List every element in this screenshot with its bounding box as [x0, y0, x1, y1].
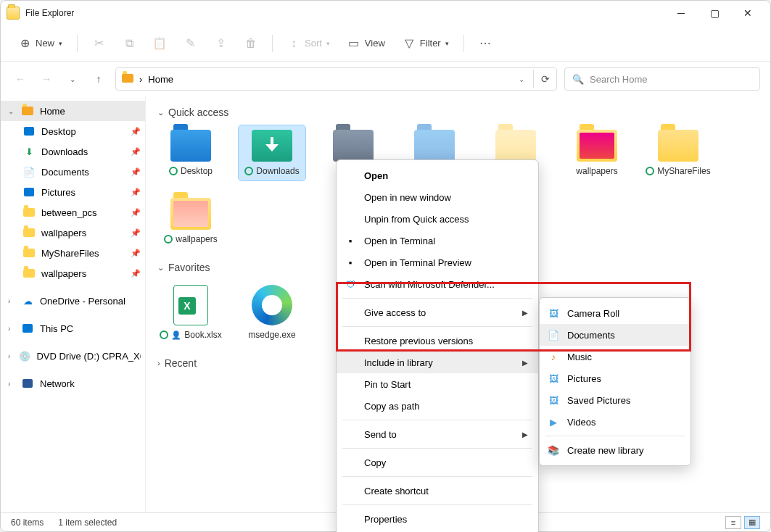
ctx-open-new-window[interactable]: Open in new window	[337, 186, 538, 208]
view-icon: ▭	[347, 37, 360, 50]
breadcrumb[interactable]: Home	[148, 74, 173, 85]
scissors-icon: ✂	[92, 37, 105, 50]
item-wallpapers[interactable]: wallpapers	[564, 125, 630, 180]
ctx-open-terminal-preview[interactable]: ▪Open in Terminal Preview	[337, 252, 538, 273]
ctx-include-library[interactable]: Include in library▶	[337, 352, 538, 373]
nav-folder-between-pcs[interactable]: between_pcs📌	[1, 202, 145, 223]
picture-icon	[22, 186, 36, 198]
forward-button[interactable]: →	[37, 70, 56, 88]
paste-button[interactable]: 📋	[146, 33, 173, 54]
pc-icon	[21, 323, 34, 334]
back-button[interactable]: ←	[11, 70, 30, 88]
search-input[interactable]: 🔍 Search Home	[564, 67, 760, 91]
item-wallpapers-2[interactable]: wallpapers	[157, 194, 224, 249]
sort-icon: ↕	[287, 37, 300, 50]
chevron-down-icon: ⌄	[157, 263, 164, 273]
sub-documents[interactable]: 📄Documents	[540, 324, 690, 346]
recent-locations-button[interactable]: ⌄	[63, 70, 82, 88]
nav-dvd[interactable]: ›💿DVD Drive (D:) CPRA_X64FRE	[1, 346, 145, 366]
copy-button[interactable]: ⧉	[115, 33, 143, 54]
item-book-xlsx[interactable]: 👤Book.xlsx	[157, 280, 224, 344]
disc-icon: 💿	[19, 350, 30, 362]
chevron-down-icon[interactable]: ⌄	[519, 75, 524, 83]
ctx-open[interactable]: Open	[337, 165, 538, 186]
rename-icon: ✎	[184, 37, 197, 50]
copy-icon: ⧉	[123, 37, 136, 50]
details-view-button[interactable]: ≡	[725, 516, 741, 529]
nav-pictures[interactable]: Pictures📌	[1, 182, 145, 202]
maximize-button[interactable]: ▢	[698, 2, 731, 24]
shield-icon: 🛡	[344, 279, 357, 290]
item-desktop[interactable]: Desktop	[157, 125, 224, 180]
filter-button[interactable]: ▽ Filter ▾	[395, 33, 456, 54]
ellipsis-icon: ⋯	[479, 37, 492, 50]
nav-desktop[interactable]: Desktop📌	[1, 121, 145, 141]
ctx-restore-versions[interactable]: Restore previous versions	[337, 330, 538, 352]
nav-thispc[interactable]: ›This PC	[1, 318, 145, 338]
delete-button[interactable]: 🗑	[237, 33, 265, 54]
ctx-create-shortcut[interactable]: Create shortcut	[337, 480, 538, 502]
view-button[interactable]: ▭ View	[340, 33, 392, 54]
item-msedge-exe[interactable]: msedge.exe	[239, 280, 305, 344]
ctx-send-to[interactable]: Send to▶	[337, 423, 538, 445]
terminal-icon: ▪	[344, 257, 357, 268]
address-bar[interactable]: › Home ⌄ ⟳	[115, 67, 557, 91]
new-button[interactable]: ⊕ New ▾	[11, 33, 70, 54]
icons-view-button[interactable]: ▦	[744, 516, 760, 529]
edge-icon	[252, 285, 292, 325]
sub-camera-roll[interactable]: 🖼Camera Roll	[540, 302, 690, 324]
nav-home[interactable]: ⌄ Home	[1, 101, 145, 121]
chevron-right-icon: ▶	[522, 359, 528, 367]
chevron-down-icon: ▾	[445, 40, 449, 47]
sub-create-new-library[interactable]: 📚Create new library	[540, 439, 690, 461]
picture-icon: 🖼	[547, 395, 560, 406]
nav-folder-wallpapers-2[interactable]: wallpapers📌	[1, 263, 145, 283]
minimize-button[interactable]: ─	[664, 2, 698, 24]
nav-network[interactable]: ›Network	[1, 373, 145, 394]
chevron-right-icon: ›	[157, 359, 160, 367]
item-mysharefiles[interactable]: MyShareFiles	[645, 125, 712, 180]
chevron-down-icon: ▾	[59, 40, 62, 47]
item-downloads[interactable]: Downloads	[239, 125, 305, 180]
sync-icon	[646, 167, 654, 175]
sort-button[interactable]: ↕ Sort ▾	[280, 33, 337, 54]
ctx-give-access[interactable]: Give access to▶	[337, 302, 538, 323]
more-button[interactable]: ⋯	[471, 33, 499, 54]
home-icon	[21, 105, 34, 117]
ctx-copy[interactable]: Copy	[337, 452, 538, 473]
network-icon	[21, 378, 34, 389]
nav-folder-wallpapers[interactable]: wallpapers📌	[1, 223, 145, 243]
context-menu: Open Open in new window Unpin from Quick…	[336, 159, 539, 532]
nav-downloads[interactable]: ⬇Downloads📌	[1, 141, 145, 162]
ctx-copy-path[interactable]: Copy as path	[337, 395, 538, 417]
sub-saved-pictures[interactable]: 🖼Saved Pictures	[540, 389, 690, 411]
ctx-pin-start[interactable]: Pin to Start	[337, 373, 538, 395]
download-icon: ⬇	[22, 146, 36, 157]
chevron-down-icon: ⌄	[157, 108, 164, 117]
home-icon	[122, 74, 133, 85]
cut-button[interactable]: ✂	[85, 33, 112, 54]
rename-button[interactable]: ✎	[176, 33, 204, 54]
music-icon: ♪	[547, 352, 560, 362]
pin-icon: 📌	[131, 269, 141, 278]
share-button[interactable]: ⇪	[207, 33, 234, 54]
section-quick-access[interactable]: ⌄Quick access	[157, 107, 759, 118]
nav-documents[interactable]: 📄Documents📌	[1, 162, 145, 182]
filter-icon: ▽	[403, 37, 416, 50]
chevron-right-icon: ›	[8, 380, 17, 388]
close-button[interactable]: ✕	[731, 2, 764, 24]
ctx-properties[interactable]: Properties	[337, 508, 538, 530]
person-icon: 👤	[171, 331, 181, 340]
sub-music[interactable]: ♪Music	[540, 346, 690, 367]
refresh-button[interactable]: ⟳	[533, 70, 551, 88]
nav-folder-mysharefiles[interactable]: MyShareFiles📌	[1, 243, 145, 263]
sub-videos[interactable]: ▶Videos	[540, 411, 690, 433]
ctx-scan-defender[interactable]: 🛡Scan with Microsoft Defender...	[337, 273, 538, 295]
pin-icon: 📌	[131, 249, 141, 258]
sub-pictures[interactable]: 🖼Pictures	[540, 367, 690, 389]
chevron-right-icon: ›	[8, 352, 15, 360]
ctx-unpin[interactable]: Unpin from Quick access	[337, 208, 538, 230]
ctx-open-terminal[interactable]: ▪Open in Terminal	[337, 230, 538, 252]
up-button[interactable]: ↑	[89, 70, 108, 88]
nav-onedrive[interactable]: ›☁OneDrive - Personal	[1, 291, 145, 311]
